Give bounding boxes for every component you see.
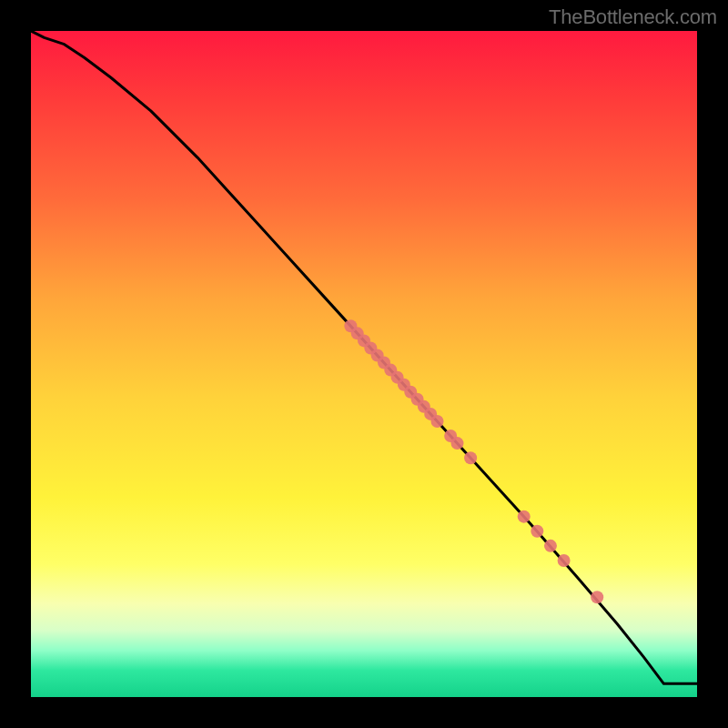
watermark-text: TheBottleneck.com — [549, 5, 717, 29]
chart-frame: TheBottleneck.com — [0, 0, 728, 728]
plot-background-gradient — [31, 31, 697, 697]
